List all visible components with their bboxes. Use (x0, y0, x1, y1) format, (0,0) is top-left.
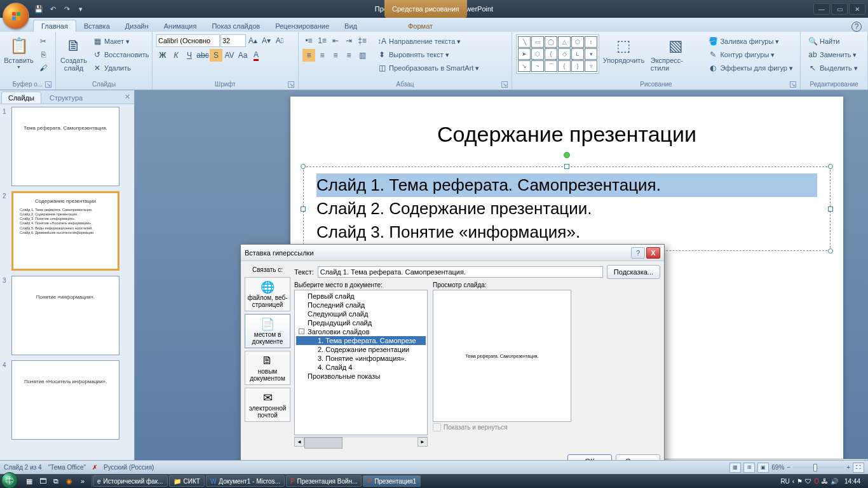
help-icon[interactable]: ? (851, 22, 862, 32)
panel-close-icon[interactable]: ✕ (125, 93, 130, 101)
clear-format-button[interactable]: Aͯ (273, 34, 286, 47)
scroll-left-icon[interactable]: ◄ (294, 437, 304, 447)
collapse-icon[interactable]: - (299, 329, 304, 334)
select-button[interactable]: ↖Выделить ▾ (806, 62, 860, 74)
panel-tab-slides[interactable]: Слайды (1, 92, 41, 104)
language-status[interactable]: Русский (Россия) (104, 464, 154, 471)
close-button[interactable]: ✕ (849, 3, 865, 15)
bullets-button[interactable]: •≡ (302, 34, 315, 47)
tree-slide-3[interactable]: 3. Понятие «информация». (296, 354, 426, 363)
dialog-titlebar[interactable]: Вставка гиперссылки ? X (241, 245, 664, 261)
grow-font-button[interactable]: A▴ (247, 34, 259, 47)
tree-slide-4[interactable]: 4. Слайд 4 (296, 363, 426, 372)
save-icon[interactable]: 💾 (33, 3, 44, 15)
line-spacing-button[interactable]: ‡≡ (356, 34, 369, 47)
drawing-launcher[interactable]: ↘ (790, 81, 796, 88)
tree-prev-slide[interactable]: Предыдущий слайд (296, 318, 426, 327)
tab-format[interactable]: Формат (400, 20, 440, 32)
task-ppt1[interactable]: PПрезентация Войн... (286, 475, 362, 487)
paste-button[interactable]: 📋 Вставить ▼ (4, 34, 34, 71)
start-button[interactable] (1, 472, 18, 489)
strike-button[interactable]: abc (196, 49, 209, 62)
tray-volume-icon[interactable]: 🔊 (831, 478, 838, 485)
zoom-out-button[interactable]: − (787, 464, 790, 471)
tab-view[interactable]: Вид (337, 20, 365, 32)
resize-handle[interactable] (564, 164, 569, 169)
content-line-3[interactable]: Слайд 3. Понятие «информация». (316, 220, 817, 244)
slide-title[interactable]: Содержание презентации (290, 97, 843, 147)
char-spacing-button[interactable]: AV (223, 49, 236, 62)
find-button[interactable]: 🔍Найти (806, 36, 860, 47)
normal-view-button[interactable]: ▦ (729, 463, 741, 473)
reset-button[interactable]: ↺Восстановить (90, 49, 151, 60)
tree-slide-2[interactable]: 2. Содержание презентации (296, 345, 426, 354)
ql-switch-icon[interactable]: ⧉ (50, 475, 62, 487)
smartart-button[interactable]: ◫Преобразовать в SmartArt ▾ (375, 62, 481, 74)
ql-tc-icon[interactable]: ▦ (23, 475, 36, 487)
shapes-gallery[interactable]: ╲▭◯△⬠↕ ➤⬡{◇L▾ ↘~⌒{}▿ (516, 34, 599, 74)
scroll-right-icon[interactable]: ► (417, 437, 428, 447)
shadow-button[interactable]: S (210, 49, 222, 62)
delete-slide-button[interactable]: ✕Удалить (90, 62, 151, 74)
spell-icon[interactable]: ✗ (92, 464, 97, 471)
sorter-view-button[interactable]: ⊞ (743, 463, 755, 473)
tab-insert[interactable]: Вставка (76, 20, 118, 32)
fit-view-button[interactable]: ⛶ (853, 463, 864, 473)
link-email-button[interactable]: ✉электронной почтой (245, 388, 290, 422)
task-ppt2[interactable]: PПрезентация1 (363, 475, 421, 487)
italic-button[interactable]: К (170, 49, 182, 62)
content-textbox[interactable]: Слайд 1. Тема реферата. Самопрезентация.… (303, 166, 831, 251)
redo-icon[interactable]: ↷ (61, 3, 72, 15)
tree-slide-1[interactable]: 1. Тема реферата. Самопрезе (296, 336, 426, 345)
link-new-doc-button[interactable]: 🗎новым документом (245, 351, 290, 385)
resize-handle[interactable] (828, 248, 833, 254)
thumb-1[interactable]: 1 Тема реферата. Самопрезентация. (3, 107, 132, 186)
numbering-button[interactable]: 1≡ (316, 34, 329, 47)
slideshow-view-button[interactable]: ▣ (757, 463, 769, 473)
task-folder[interactable]: 📁СИКТ (169, 475, 205, 487)
thumb-3[interactable]: 3 Понятие «информация». (3, 276, 132, 355)
columns-button[interactable]: ▥ (356, 49, 369, 62)
tree-slide-titles[interactable]: -Заголовки слайдов (296, 327, 426, 336)
text-display-input[interactable] (318, 266, 603, 278)
align-center-button[interactable]: ≡ (316, 49, 329, 62)
tray-network-icon[interactable]: 🖧 (822, 478, 828, 485)
ql-more-icon[interactable]: » (76, 475, 89, 487)
minimize-button[interactable]: — (813, 3, 830, 15)
link-place-doc-button[interactable]: 📄местом в документе (245, 314, 290, 348)
tray-flag-icon[interactable]: ⚑ (797, 478, 803, 485)
tab-slideshow[interactable]: Показ слайдов (204, 20, 268, 32)
font-launcher[interactable]: ↘ (288, 81, 294, 88)
decrease-indent-button[interactable]: ⇤ (329, 34, 342, 47)
zoom-in-button[interactable]: + (846, 464, 850, 471)
resize-handle[interactable] (828, 207, 833, 212)
qat-more-icon[interactable]: ▾ (75, 3, 86, 15)
font-size-combo[interactable] (220, 34, 246, 47)
tooltip-button[interactable]: Подсказка... (607, 265, 660, 279)
thumb-2[interactable]: 2 Содержание презентации Слайд 1. Тема р… (3, 191, 132, 271)
zoom-slider[interactable] (793, 466, 844, 469)
tab-design[interactable]: Дизайн (118, 20, 156, 32)
dialog-help-button[interactable]: ? (631, 247, 645, 259)
panel-tab-outline[interactable]: Структура (43, 92, 90, 104)
arrange-button[interactable]: ⬚Упорядочить (600, 34, 647, 65)
tree-custom-shows[interactable]: Произвольные показы (296, 372, 426, 381)
rotate-handle[interactable] (564, 152, 570, 158)
layout-button[interactable]: ▦Макет ▾ (90, 36, 151, 47)
thumb-4[interactable]: 4 Понятие «Носитель информации». (3, 360, 132, 440)
align-left-button[interactable]: ≡ (302, 49, 315, 62)
replace-button[interactable]: abЗаменить ▾ (806, 49, 860, 60)
tray-expand-icon[interactable]: ‹ (792, 478, 794, 485)
content-line-2[interactable]: Слайд 2. Содержание презентации. (316, 197, 817, 220)
resize-handle[interactable] (828, 164, 833, 169)
maximize-button[interactable]: ▭ (831, 3, 848, 15)
content-line-1[interactable]: Слайд 1. Тема реферата. Самопрезентация. (316, 173, 817, 197)
justify-button[interactable]: ≡ (342, 49, 355, 62)
quick-styles-button[interactable]: ▧Экспресс-стили (648, 34, 704, 73)
cut-button[interactable]: ✂ (36, 36, 50, 47)
tree-scrollbar[interactable]: ◄ ► (294, 437, 428, 447)
resize-handle[interactable] (301, 207, 306, 212)
text-direction-button[interactable]: ↕AНаправление текста ▾ (375, 36, 481, 47)
undo-icon[interactable]: ↶ (47, 3, 58, 15)
increase-indent-button[interactable]: ⇥ (342, 34, 355, 47)
